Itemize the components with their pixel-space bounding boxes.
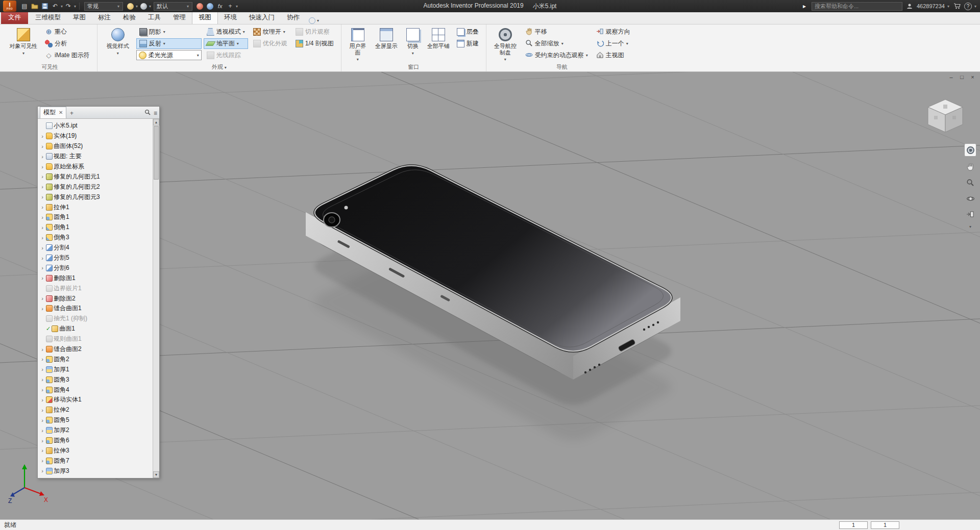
expand-icon[interactable]: › bbox=[40, 265, 45, 271]
tab-标注[interactable]: 标注 bbox=[92, 12, 117, 24]
app-menu-icon[interactable]: ▤ bbox=[20, 2, 29, 11]
chevron-down-icon[interactable]: ▾ bbox=[561, 41, 564, 46]
nav-lookat-tool[interactable] bbox=[965, 209, 976, 220]
tree-item[interactable]: ›倒角3 bbox=[39, 233, 152, 243]
search-icon[interactable] bbox=[144, 109, 151, 117]
view-cube[interactable] bbox=[924, 95, 967, 138]
tree-item[interactable]: ›删除面2 bbox=[39, 293, 152, 304]
expand-icon[interactable]: › bbox=[40, 306, 45, 312]
expand-icon[interactable]: › bbox=[40, 184, 45, 190]
nav-wheel-tool[interactable] bbox=[964, 143, 976, 157]
expand-icon[interactable]: › bbox=[40, 366, 45, 372]
expand-icon[interactable]: › bbox=[40, 275, 45, 281]
chevron-down-icon[interactable]: ▾ bbox=[136, 4, 138, 9]
expand-icon[interactable]: › bbox=[40, 143, 45, 149]
expand-icon[interactable]: › bbox=[40, 224, 45, 231]
expand-icon[interactable]: › bbox=[40, 255, 45, 261]
shadow-button[interactable]: 阴影 ▾ bbox=[136, 27, 202, 37]
cascade-button[interactable]: 层叠 bbox=[454, 27, 482, 37]
pan-button[interactable]: 平移 bbox=[522, 27, 591, 37]
new-window-button[interactable]: 新建 bbox=[454, 38, 482, 49]
tree-item[interactable]: ›修复的几何图元2 bbox=[39, 182, 152, 192]
object-visibility-button[interactable]: 对象可见性 ▾ bbox=[7, 27, 40, 63]
ground-plane-button[interactable]: 地平面 ▾ bbox=[204, 38, 248, 49]
parameters-fx-icon[interactable]: fx bbox=[215, 2, 225, 11]
material-ball-icon[interactable] bbox=[139, 2, 148, 11]
open-file-icon[interactable] bbox=[30, 2, 39, 11]
undo-dropdown-icon[interactable]: ▾ bbox=[61, 4, 63, 9]
filter-menu-icon[interactable]: ≡ bbox=[154, 110, 157, 117]
doc-restore-icon[interactable]: □ bbox=[959, 74, 965, 80]
full-screen-button[interactable]: 全屏显示 bbox=[372, 27, 401, 63]
tree-item[interactable]: ›加厚2 bbox=[39, 425, 152, 436]
tree-item[interactable]: ›拉伸2 bbox=[39, 405, 152, 415]
expand-icon[interactable]: › bbox=[40, 447, 45, 453]
group-label-appearance[interactable]: 外观 ▾ bbox=[97, 63, 341, 71]
tree-item[interactable]: ›圆角3 bbox=[39, 374, 152, 385]
tree-item[interactable]: ›加厚1 bbox=[39, 364, 152, 374]
imate-glyph-button[interactable]: ◇ iMate 图示符 bbox=[42, 50, 93, 61]
expand-icon[interactable]: › bbox=[40, 356, 45, 362]
add-tab-icon[interactable]: + bbox=[67, 110, 76, 118]
chevron-down-icon[interactable]: ▾ bbox=[237, 41, 239, 46]
tree-item[interactable]: 规则曲面1 bbox=[39, 334, 152, 344]
redo-dropdown-icon[interactable]: ▾ bbox=[74, 4, 76, 9]
expand-icon[interactable]: › bbox=[40, 204, 45, 210]
tree-item[interactable]: ›移动实体1 bbox=[39, 395, 152, 405]
tab-草图[interactable]: 草图 bbox=[67, 12, 92, 24]
tree-item[interactable]: ›分割4 bbox=[39, 243, 152, 253]
add-icon[interactable]: + bbox=[226, 2, 235, 11]
tree-item[interactable]: ›圆角1 bbox=[39, 212, 152, 222]
home-view-button[interactable]: 主视图 bbox=[593, 50, 633, 61]
chevron-down-icon[interactable]: ▾ bbox=[163, 30, 165, 34]
user-id[interactable]: 462897234 bbox=[917, 3, 945, 9]
expand-icon[interactable]: › bbox=[40, 173, 45, 180]
ribbon-options-icon[interactable] bbox=[309, 17, 315, 24]
tree-item[interactable]: ›加厚3 bbox=[39, 466, 152, 476]
help-search-input[interactable] bbox=[812, 2, 902, 11]
doc-close-icon[interactable]: × bbox=[969, 74, 976, 80]
expand-icon[interactable]: › bbox=[40, 154, 45, 160]
tree-item[interactable]: ›实体(19) bbox=[39, 131, 152, 141]
chevron-down-icon[interactable]: ▾ bbox=[236, 4, 238, 9]
tab-管理[interactable]: 管理 bbox=[167, 12, 192, 24]
preset-general-combobox[interactable]: 常规 ▾ bbox=[84, 2, 123, 11]
tree-item[interactable]: ›修复的几何图元3 bbox=[39, 192, 152, 202]
visual-style-button[interactable]: 视觉样式 ▾ bbox=[102, 27, 134, 63]
expand-icon[interactable]: › bbox=[40, 295, 45, 301]
expand-icon[interactable]: › bbox=[40, 427, 45, 434]
undo-icon[interactable]: ↶ bbox=[51, 2, 60, 11]
chevron-down-icon[interactable]: ▾ bbox=[197, 53, 199, 58]
expand-icon[interactable]: › bbox=[40, 235, 45, 241]
scroll-down-icon[interactable]: ▼ bbox=[153, 471, 159, 478]
tree-item[interactable]: ›视图: 主要 bbox=[39, 152, 152, 162]
chevron-down-icon[interactable]: ▾ bbox=[163, 41, 165, 46]
tab-工具[interactable]: 工具 bbox=[142, 12, 167, 24]
chevron-down-icon[interactable]: ▾ bbox=[243, 30, 245, 34]
chevron-down-icon[interactable]: ▾ bbox=[283, 30, 285, 34]
tree-item[interactable]: ›曲面体(52) bbox=[39, 141, 152, 152]
color-ball-red-icon[interactable] bbox=[195, 2, 204, 11]
tree-item[interactable]: ›分割5 bbox=[39, 253, 152, 263]
browser-scrollbar[interactable]: ▲ ▼ bbox=[153, 119, 159, 478]
tree-item[interactable]: ›拉伸3 bbox=[39, 446, 152, 456]
tab-协作[interactable]: 协作 bbox=[281, 12, 306, 24]
center-of-gravity-button[interactable]: ⊕ 重心 bbox=[42, 27, 93, 37]
tree-item[interactable]: ›缝合曲面1 bbox=[39, 304, 152, 314]
close-icon[interactable]: ✕ bbox=[59, 110, 63, 115]
tree-item[interactable]: ›删除面1 bbox=[39, 273, 152, 283]
doc-minimize-icon[interactable]: – bbox=[948, 74, 954, 80]
tree-item[interactable]: ›缝合曲面2 bbox=[39, 344, 152, 355]
tree-item[interactable]: ✓曲面1 bbox=[39, 324, 152, 334]
expand-icon[interactable]: › bbox=[40, 214, 45, 220]
expand-icon[interactable]: › bbox=[40, 438, 45, 444]
chevron-down-icon[interactable]: ▾ bbox=[626, 41, 628, 46]
reflection-button[interactable]: 反射 ▾ bbox=[136, 38, 202, 49]
color-ball-blue-icon[interactable] bbox=[205, 2, 214, 11]
ribbon-collapse-icon[interactable]: ▾ bbox=[317, 18, 319, 23]
tree-item[interactable]: 边界嵌片1 bbox=[39, 283, 152, 293]
chevron-down-icon[interactable]: ▾ bbox=[586, 53, 588, 58]
previous-view-button[interactable]: 上一个 ▾ bbox=[593, 38, 633, 49]
look-at-button[interactable]: 观察方向 bbox=[593, 27, 633, 37]
scrollbar-thumb[interactable] bbox=[154, 126, 159, 180]
